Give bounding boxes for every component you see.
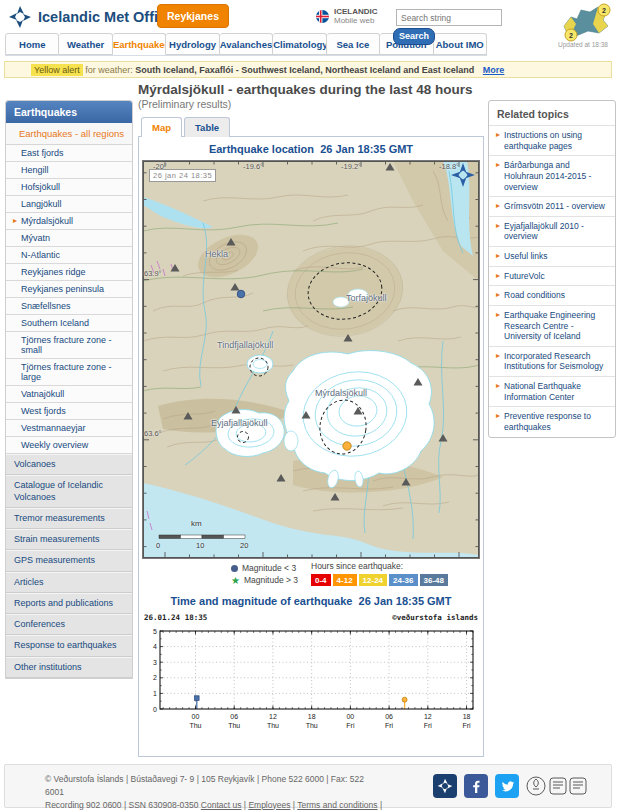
svg-text:0: 0 <box>153 706 157 713</box>
sidebar-item-other-institutions[interactable]: Other institutions <box>6 657 132 678</box>
page: Icelandic Met Office Reykjanes ICELANDIC… <box>0 0 618 812</box>
sidebar-item-sn-fellsnes[interactable]: ▸Snæfellsnes <box>6 298 132 315</box>
place-label-torfaj-kull: Torfajökull <box>346 293 387 303</box>
hours-box-36-48: 36-48 <box>420 574 448 586</box>
sidebar-item-weekly-overview[interactable]: ▸Weekly overview <box>6 437 132 454</box>
related-topic-useful-links[interactable]: ▸Useful links <box>489 246 615 266</box>
sidebar-item-langj-kull[interactable]: ▸Langjökull <box>6 196 132 213</box>
twitter-icon[interactable] <box>495 774 519 798</box>
related-topic-eyjafjallaj-kull-2010-overview[interactable]: ▸Eyjafjallajökull 2010 - overview <box>489 216 615 246</box>
related-topic-earthquake-engineering-research-centre-u[interactable]: ▸Earthquake Engineering Research Centre … <box>489 305 615 346</box>
facebook-icon[interactable] <box>464 774 488 798</box>
svg-text:2: 2 <box>153 674 157 681</box>
sidebar-item-conferences[interactable]: Conferences <box>6 614 132 635</box>
bullet-arrow-icon: ▸ <box>496 381 500 402</box>
sidebar-item-articles[interactable]: Articles <box>6 572 132 593</box>
lon-label: -19.2° <box>341 162 361 171</box>
search-input[interactable] <box>396 9 502 26</box>
related-topic-national-earthquake-information-center[interactable]: ▸National Earthquake Information Center <box>489 376 615 406</box>
related-topic-gr-msv-tn-2011-overview[interactable]: ▸Grímsvötn 2011 - overview <box>489 196 615 216</box>
related-topic-incorporated-research-institutions-for-s[interactable]: ▸Incorporated Research Institutions for … <box>489 346 615 376</box>
page-title: Mýrdalsjökull - earthquakes during the l… <box>138 82 484 97</box>
place-label-tindfjallaj-kull: Tindfjallajökull <box>217 340 273 350</box>
footer-line1: © Veðurstofa Íslands | Bústaðavegi 7- 9 … <box>45 773 385 799</box>
sidebar-item-m-vatn[interactable]: ▸Mývatn <box>6 230 132 247</box>
alert-more-link[interactable]: More <box>483 65 505 75</box>
lon-label: -18.8° <box>439 162 459 171</box>
sidebar-item-tj-rnes-fracture-zone-small[interactable]: ▸Tjörnes fracture zone - small <box>6 332 132 359</box>
language-switch[interactable]: ICELANDIC Mobile web <box>316 7 378 25</box>
language-label[interactable]: ICELANDIC <box>334 7 378 16</box>
related-topic-road-conditions[interactable]: ▸Road conditions <box>489 285 615 305</box>
earthquake-marker-36-48h <box>237 290 245 298</box>
sidebar-item-reykjanes-ridge[interactable]: ▸Reykjanes ridge <box>6 264 132 281</box>
mobile-web-link[interactable]: Mobile web <box>334 16 378 25</box>
sidebar-item-gps-measurements[interactable]: GPS measurements <box>6 550 132 571</box>
site-name: Icelandic Met Office <box>38 9 174 25</box>
search-button[interactable]: Search <box>393 28 435 45</box>
bullet-arrow-icon: ▸ <box>496 310 500 342</box>
tab-hydrology[interactable]: Hydrology <box>166 33 219 55</box>
sidebar-item-east-fjords[interactable]: ▸East fjords <box>6 145 132 162</box>
sidebar-item-n-atlantic[interactable]: ▸N-Atlantic <box>6 247 132 264</box>
tab-map[interactable]: Map <box>141 117 182 137</box>
hours-since-label: Hours since earthquake: <box>311 561 450 571</box>
place-label-eyjafjallaj-kull: Eyjafjallajökull <box>211 418 268 428</box>
bullet-arrow-icon: ▸ <box>496 411 500 432</box>
sidebar-item-reykjanes-peninsula[interactable]: ▸Reykjanes peninsula <box>6 281 132 298</box>
sidebar-item-all-regions[interactable]: Earthquakes - all regions <box>6 123 132 145</box>
active-arrow-icon: ▸ <box>13 216 17 225</box>
tab-earthquakes[interactable]: Earthquakes <box>113 33 166 55</box>
tab-about-imo[interactable]: About IMO <box>434 33 487 55</box>
bullet-arrow-icon: ▸ <box>496 271 500 282</box>
place-label-m-rdalsj-kull: Mýrdalsjökull <box>315 388 367 398</box>
tab-weather[interactable]: Weather <box>59 33 112 55</box>
tab-home[interactable]: Home <box>5 33 59 55</box>
left-sidebar: Earthquakes Earthquakes - all regions ▸E… <box>5 100 133 679</box>
sidebar-item-tj-rnes-fracture-zone-large[interactable]: ▸Tjörnes fracture zone - large <box>6 359 132 386</box>
svg-text:Thu: Thu <box>267 722 279 729</box>
tab-avalanches[interactable]: Avalanches <box>220 33 273 55</box>
imo-app-icon[interactable] <box>433 774 457 798</box>
sidebar-item-west-fjords[interactable]: ▸West fjords <box>6 403 132 420</box>
alert-badge-count-1: 2 <box>602 7 606 14</box>
bullet-arrow-icon: ▸ <box>496 290 500 301</box>
sidebar-item-catalogue-of-icelandic-volcanoes[interactable]: Catalogue of Icelandic Volcanoes <box>6 475 132 508</box>
tab-table[interactable]: Table <box>184 117 230 137</box>
sidebar-item-m-rdalsj-kull[interactable]: ▸Mýrdalsjökull <box>6 213 132 230</box>
sidebar-header: Earthquakes <box>6 101 132 123</box>
alert-regions: South Iceland, Faxaflói - Southwest Icel… <box>135 65 474 75</box>
hours-box-24-36: 24-36 <box>389 574 417 586</box>
bullet-arrow-icon: ▸ <box>496 130 500 151</box>
svg-text:00: 00 <box>346 713 354 720</box>
sidebar-item-hengill[interactable]: ▸Hengill <box>6 162 132 179</box>
sidebar-item-response-to-earthquakes[interactable]: Response to earthquakes <box>6 635 132 656</box>
tab-sea-ice[interactable]: Sea Ice <box>327 33 380 55</box>
magnitude-large-label: Magnitude > 3 <box>244 575 298 585</box>
reykjanes-button[interactable]: Reykjanes <box>157 4 229 28</box>
tab-climatology[interactable]: Climatology <box>273 33 326 55</box>
related-topic-preventive-response-to-earthquakes[interactable]: ▸Preventive response to earthquakes <box>489 406 615 436</box>
sidebar-item-reports-and-publications[interactable]: Reports and publications <box>6 593 132 614</box>
sidebar-item-vatnaj-kull[interactable]: ▸Vatnajökull <box>6 386 132 403</box>
svg-text:Fri: Fri <box>385 722 394 729</box>
sidebar-item-southern-iceland[interactable]: ▸Southern Iceland <box>6 315 132 332</box>
footer-line2: Recording 902 0600 | SSN 630908-0350 <box>45 800 201 810</box>
related-topic-b-r-arbunga-and-holuhraun-2014-2015-over[interactable]: ▸Bárðarbunga and Holuhraun 2014-2015 - o… <box>489 155 615 196</box>
hours-box-12-24: 12-24 <box>359 574 387 586</box>
sidebar-item-tremor-measurements[interactable]: Tremor measurements <box>6 508 132 529</box>
imo-pinwheel-icon <box>8 5 32 29</box>
sidebar-item-vestmannaeyjar[interactable]: ▸Vestmannaeyjar <box>6 420 132 437</box>
footer-link-contact-us[interactable]: Contact us <box>201 800 242 810</box>
sidebar-item-hofsj-kull[interactable]: ▸Hofsjökull <box>6 179 132 196</box>
footer-link-terms-and-conditions[interactable]: Terms and conditions <box>297 800 377 810</box>
related-topic-instructions-on-using-earthquake-pages[interactable]: ▸Instructions on using earthquake pages <box>489 125 615 155</box>
page-subtitle: (Preliminary results) <box>138 98 231 110</box>
magnitude-small-icon <box>231 565 238 572</box>
sidebar-item-strain-measurements[interactable]: Strain measurements <box>6 529 132 550</box>
footer-link-employees[interactable]: Employees <box>248 800 290 810</box>
sidebar-item-volcanoes[interactable]: Volcanoes <box>6 454 132 475</box>
related-topic-futurevolc[interactable]: ▸FutureVolc <box>489 266 615 286</box>
site-logo[interactable]: Icelandic Met Office <box>8 5 174 29</box>
svg-text:1: 1 <box>153 690 157 697</box>
